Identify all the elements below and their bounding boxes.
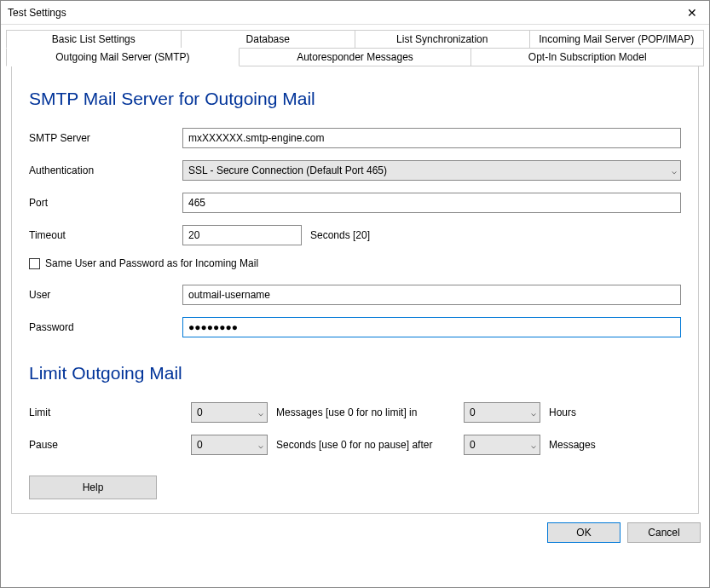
settings-window: Test Settings ✕ Basic List Settings Data… [0,0,710,588]
user-input[interactable] [182,285,681,305]
pause-seconds-value: 0 [197,439,203,451]
smtp-heading: SMTP Mail Server for Outgoing Mail [29,89,681,109]
pause-seconds-text: Seconds [use 0 for no pause] after [276,439,455,451]
same-user-label: Same User and Password as for Incoming M… [45,257,258,269]
row-user: User [29,285,681,305]
row-smtp-server: SMTP Server [29,128,681,148]
pause-label: Pause [29,439,182,451]
tab-incoming-mail-server[interactable]: Incoming Mail Server (POP/IMAP) [530,30,705,48]
limit-messages-select[interactable]: 0 ⌵ [191,402,268,423]
timeout-suffix: Seconds [20] [310,229,370,241]
chevron-down-icon: ⌵ [258,441,263,450]
tab-opt-in-subscription[interactable]: Opt-In Subscription Model [471,48,704,66]
dialog-footer: OK Cancel [1,514,709,551]
tab-database[interactable]: Database [182,30,356,48]
authentication-select[interactable]: SSL - Secure Connection (Default Port 46… [182,160,681,181]
tabs-row-top: Basic List Settings Database List Synchr… [6,30,704,48]
cancel-button[interactable]: Cancel [627,522,701,543]
limit-messages-text: Messages [use 0 for no limit] in [276,406,455,418]
row-authentication: Authentication SSL - Secure Connection (… [29,160,681,181]
limit-hours-select[interactable]: 0 ⌵ [464,402,540,423]
smtp-server-input[interactable] [182,128,681,148]
port-input[interactable] [182,193,681,213]
timeout-input[interactable] [182,225,302,245]
chevron-down-icon: ⌵ [258,408,263,418]
authentication-label: Authentication [29,164,182,176]
row-pause: Pause 0 ⌵ Seconds [use 0 for no pause] a… [29,435,681,455]
pause-messages-select[interactable]: 0 ⌵ [464,435,540,455]
window-title: Test Settings [8,7,66,19]
pause-messages-text: Messages [549,439,596,451]
user-label: User [29,289,182,301]
chevron-down-icon: ⌵ [531,408,536,418]
tab-basic-list-settings[interactable]: Basic List Settings [6,30,182,48]
row-port: Port [29,193,681,213]
row-limit: Limit 0 ⌵ Messages [use 0 for no limit] … [29,402,681,423]
port-label: Port [29,197,182,209]
smtp-server-label: SMTP Server [29,132,182,144]
help-button[interactable]: Help [29,476,157,499]
titlebar: Test Settings ✕ [1,1,709,25]
close-icon: ✕ [687,6,697,20]
row-password: Password [29,317,681,337]
password-input[interactable] [182,317,681,337]
tab-outgoing-mail-server[interactable]: Outgoing Mail Server (SMTP) [6,48,240,66]
row-timeout: Timeout Seconds [20] [29,225,681,245]
same-user-checkbox[interactable] [29,258,40,269]
chevron-down-icon: ⌵ [672,166,677,176]
limit-hours-value: 0 [470,406,476,418]
tabs: Basic List Settings Database List Synchr… [1,25,709,514]
limit-hours-text: Hours [549,406,576,418]
chevron-down-icon: ⌵ [531,441,536,450]
ok-button[interactable]: OK [547,522,621,543]
row-same-user: Same User and Password as for Incoming M… [29,257,681,269]
close-button[interactable]: ✕ [675,1,709,25]
authentication-value: SSL - Secure Connection (Default Port 46… [188,164,387,176]
pause-messages-value: 0 [470,439,476,451]
tab-autoresponder-messages[interactable]: Autoresponder Messages [240,48,472,66]
tabs-row-bottom: Outgoing Mail Server (SMTP) Autoresponde… [6,48,704,66]
limit-messages-value: 0 [197,406,203,418]
tab-content: SMTP Mail Server for Outgoing Mail SMTP … [11,66,699,514]
limit-label: Limit [29,406,182,418]
tab-list-synchronization[interactable]: List Synchronization [355,30,530,48]
password-label: Password [29,321,182,333]
limit-heading: Limit Outgoing Mail [29,363,681,383]
pause-seconds-select[interactable]: 0 ⌵ [191,435,268,455]
timeout-label: Timeout [29,229,182,241]
